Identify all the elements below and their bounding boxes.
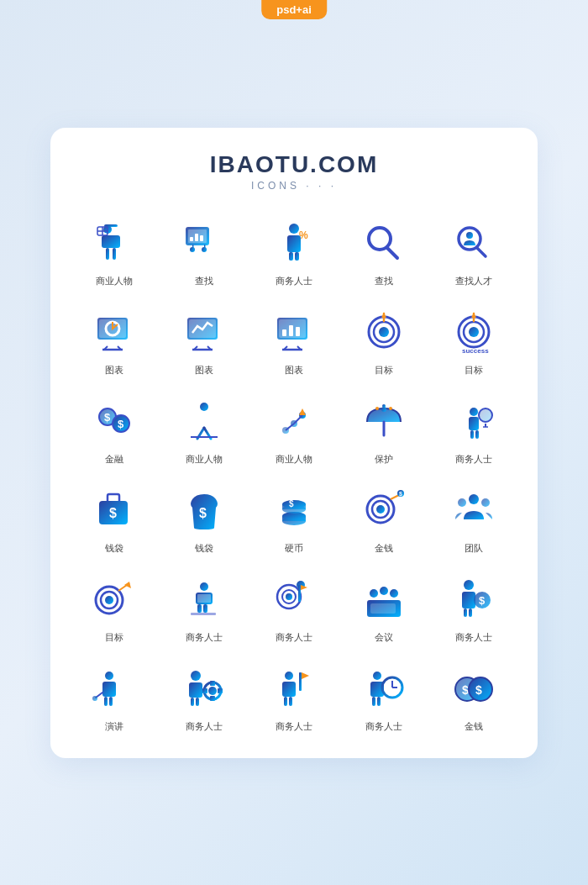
icon-label-success: 目标 <box>465 364 483 377</box>
svg-rect-137 <box>109 697 113 706</box>
svg-point-80 <box>470 408 478 416</box>
svg-rect-135 <box>102 682 116 697</box>
icon-svg-money: $ <box>357 484 411 538</box>
svg-point-125 <box>370 589 378 598</box>
icon-item-biz-person-10: 商务人士 <box>250 657 337 738</box>
icon-item-chart-1: 图表 <box>71 301 157 382</box>
icon-svg-target-1 <box>357 306 411 360</box>
icon-item-team: 团队 <box>431 479 517 560</box>
svg-rect-147 <box>210 696 215 701</box>
svg-line-25 <box>477 248 486 256</box>
icon-label-search-1: 查找 <box>195 275 213 287</box>
svg-point-99 <box>376 505 385 514</box>
icon-item-biz-person-7: 商务人士 <box>250 568 337 649</box>
svg-marker-110 <box>124 582 131 588</box>
icon-label-chart-3: 图表 <box>285 364 303 377</box>
icon-svg-biz-person-1 <box>87 217 141 271</box>
svg-point-140 <box>191 671 201 681</box>
icon-svg-chart-2 <box>177 306 231 360</box>
svg-rect-114 <box>197 604 202 613</box>
icon-label-biz-person-10: 商务人士 <box>276 720 312 733</box>
icon-label-chart-2: 图表 <box>195 364 213 377</box>
icon-svg-target-2 <box>87 573 141 627</box>
svg-rect-148 <box>202 688 207 693</box>
icon-item-money: $金钱 <box>341 479 428 560</box>
icon-svg-biz-person-6 <box>177 573 231 627</box>
svg-rect-20 <box>295 252 299 261</box>
icon-label-biz-person-8: 商务人士 <box>455 631 492 644</box>
icon-label-search-2: 查找 <box>375 275 393 287</box>
main-card: IBAOTU.COM ICONS · · · 商业人物 <box>50 128 538 758</box>
icon-svg-search-2 <box>357 217 411 271</box>
svg-rect-12 <box>200 235 203 241</box>
icon-label-biz-person-4: 商业人物 <box>276 453 312 466</box>
icon-item-coins: $硬币 <box>250 479 337 560</box>
svg-text:$: $ <box>109 506 117 520</box>
svg-point-17 <box>289 224 299 234</box>
svg-rect-151 <box>282 682 296 697</box>
svg-point-105 <box>481 498 490 507</box>
icon-item-biz-person-11: 商务人士 <box>341 657 428 738</box>
svg-rect-40 <box>282 329 286 336</box>
icon-item-speech: 演讲 <box>71 657 157 738</box>
svg-rect-153 <box>289 697 292 706</box>
icon-label-biz-person-2: 商务人士 <box>276 275 312 287</box>
svg-line-23 <box>387 248 397 258</box>
icon-label-protect: 保护 <box>375 453 393 466</box>
svg-text:$: $ <box>199 506 207 520</box>
icon-svg-success: success <box>447 306 501 360</box>
icon-svg-biz-person-2: % <box>267 217 321 271</box>
card-subtitle: ICONS · · · <box>71 180 517 192</box>
svg-point-128 <box>464 580 474 590</box>
svg-rect-42 <box>296 327 300 336</box>
icon-item-protect: 保护 <box>341 390 428 471</box>
icon-label-biz-person-7: 商务人士 <box>276 631 312 644</box>
icon-item-biz-person-8: $商务人士 <box>431 568 517 649</box>
icon-item-biz-person-2: %商务人士 <box>250 212 337 292</box>
svg-point-108 <box>105 596 113 604</box>
icon-label-finance: 金融 <box>105 453 123 466</box>
icon-label-target-1: 目标 <box>375 364 393 377</box>
icon-svg-biz-person-8: $ <box>447 573 501 627</box>
svg-rect-131 <box>469 608 472 617</box>
svg-rect-152 <box>284 697 287 706</box>
svg-rect-11 <box>195 234 198 241</box>
icon-item-search-1: 查找 <box>160 212 247 292</box>
svg-rect-115 <box>203 604 207 613</box>
svg-point-145 <box>208 687 217 695</box>
svg-rect-83 <box>475 430 479 439</box>
svg-rect-158 <box>372 697 375 706</box>
icon-item-biz-person-6: 商务人士 <box>160 568 247 649</box>
svg-point-119 <box>286 593 292 600</box>
icon-svg-speech <box>87 662 141 716</box>
icon-svg-chart-1 <box>87 306 141 360</box>
svg-rect-154 <box>299 672 302 691</box>
icon-item-biz-person-4: 商业人物 <box>250 390 337 471</box>
icon-svg-biz-person-11 <box>357 662 411 716</box>
icon-label-money: 金钱 <box>375 542 393 555</box>
svg-rect-124 <box>370 603 396 614</box>
svg-point-104 <box>458 498 466 507</box>
svg-rect-3 <box>106 248 109 260</box>
svg-text:$: $ <box>462 683 469 697</box>
icon-svg-finance: $ $ <box>87 395 141 449</box>
svg-point-77 <box>375 407 379 410</box>
icon-item-target-2: 目标 <box>71 568 157 649</box>
icon-item-biz-person-5: 商务人士 <box>431 390 517 471</box>
svg-rect-82 <box>470 430 474 439</box>
icon-svg-biz-person-4 <box>267 395 321 449</box>
svg-text:$: $ <box>479 594 486 607</box>
icon-label-biz-person-11: 商务人士 <box>365 720 402 733</box>
svg-text:$: $ <box>104 411 111 424</box>
icon-label-wallet-2: 钱袋 <box>195 542 213 555</box>
icon-svg-biz-person-3 <box>177 395 231 449</box>
icon-label-speech: 演讲 <box>105 720 123 733</box>
icon-item-chart-2: 图表 <box>160 301 247 382</box>
svg-point-150 <box>285 672 293 680</box>
icon-item-money-2: $ $金钱 <box>431 657 517 738</box>
icon-item-search-2: 查找 <box>341 212 428 292</box>
icon-label-biz-person-5: 商务人士 <box>455 453 492 466</box>
icon-svg-wallet-2: $ <box>177 484 231 538</box>
svg-point-139 <box>92 696 97 701</box>
icon-svg-biz-person-5 <box>447 395 501 449</box>
